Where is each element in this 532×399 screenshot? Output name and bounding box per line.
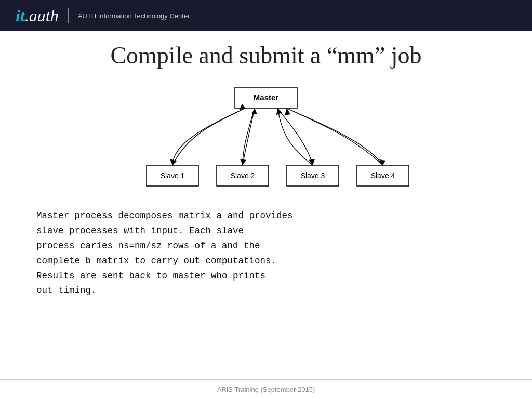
svg-text:Slave 2: Slave 2 [231, 171, 255, 180]
logo-it: it.auth [16, 6, 59, 25]
svg-text:Slave 3: Slave 3 [301, 171, 325, 180]
master-slave-diagram: Master Slave 1 Slave 2 Slave 3 Slave 4 [121, 79, 411, 199]
description-line-6: out timing. [36, 285, 97, 296]
svg-text:Slave 4: Slave 4 [371, 171, 395, 180]
svg-text:Master: Master [254, 93, 279, 102]
svg-marker-16 [276, 108, 282, 115]
header: it.auth AUTH Information Technology Cent… [0, 0, 532, 31]
footer: ARIS Training (September 2015) [0, 379, 532, 399]
description-line-1: Master process decomposes matrix a and p… [36, 210, 293, 221]
logo-divider [68, 8, 69, 23]
footer-text: ARIS Training (September 2015) [217, 385, 315, 393]
svg-text:Slave 1: Slave 1 [161, 171, 185, 180]
slide-title: Compile and submit a “mm” job [31, 42, 501, 69]
svg-marker-11 [240, 159, 246, 165]
diagram-area: Master Slave 1 Slave 2 Slave 3 Slave 4 [31, 79, 501, 199]
description-line-5: Results are sent back to master who prin… [36, 271, 265, 281]
description-line-2: slave processes with input. Each slave [36, 225, 244, 236]
svg-marker-15 [251, 108, 257, 114]
description-text: Master process decomposes matrix a and p… [31, 208, 501, 298]
main-content: Compile and submit a “mm” job Master Sla… [0, 31, 532, 389]
header-subtitle: AUTH Information Technology Center [78, 12, 190, 20]
description-line-4: complete b matrix to carry out computati… [36, 256, 276, 266]
logo-auth: .auth [25, 6, 59, 25]
description-line-3: process caries ns=nm/sz rows of a and th… [36, 241, 260, 251]
